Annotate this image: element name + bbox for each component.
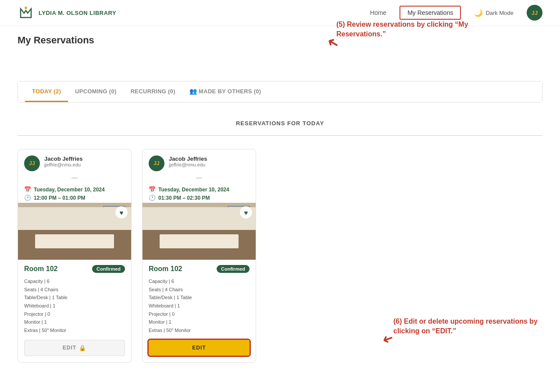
card-1-date-row: 📅 Tuesday, December 10, 2024 — [18, 186, 131, 193]
card-1-avatar: JJ — [24, 155, 40, 171]
card-2-time-row: 🕐 01:30 PM – 02:30 PM — [143, 194, 256, 201]
card-1-separator: — — [24, 174, 125, 181]
card-2-favorite-button[interactable]: ♥ — [240, 206, 252, 219]
card-2-avatar: JJ — [149, 155, 164, 171]
dark-mode-icon: 🌙 — [474, 9, 483, 17]
brand-name: LYDIA M. OLSON LIBRARY — [39, 10, 116, 16]
navbar: LYDIA M. OLSON LIBRARY Home My Reservati… — [0, 0, 560, 26]
card-1-footer: Room 102 Confirmed Capacity | 6 Seats | … — [18, 260, 131, 362]
content-divider — [18, 135, 542, 136]
card-2-date-row: 📅 Tuesday, December 10, 2024 — [143, 186, 256, 193]
tab-today[interactable]: TODAY (2) — [25, 82, 68, 102]
card-1-room-row: Room 102 Confirmed — [24, 265, 125, 273]
page-header: My Reservations — [0, 26, 560, 50]
page-title: My Reservations — [18, 35, 542, 46]
card-2-edit-button[interactable]: EDIT — [149, 340, 250, 356]
card-1-date: Tuesday, December 10, 2024 — [34, 187, 105, 193]
card-1-user-email: jjeffrie@nmu.edu — [44, 162, 82, 167]
svg-point-2 — [25, 7, 27, 9]
card-1-time-row: 🕐 12:00 PM – 01:00 PM — [18, 194, 131, 201]
card-2-image: ♥ — [143, 203, 256, 260]
card-1-seats: Seats | 4 Chairs — [24, 286, 125, 294]
home-nav-link[interactable]: Home — [370, 9, 386, 16]
card-1-time: 12:00 PM – 01:00 PM — [34, 195, 85, 201]
card-2-separator: — — [149, 174, 250, 181]
card-2-room-name: Room 102 — [149, 265, 182, 273]
card-2-seats: Seats | 4 Chairs — [149, 286, 250, 294]
card-1-room-details: Capacity | 6 Seats | 4 Chairs Table/Desk… — [24, 277, 125, 335]
brand-logo-icon — [18, 4, 34, 21]
card-2-room-details: Capacity | 6 Seats | 4 Chairs Table/Desk… — [149, 277, 250, 335]
tabs-container: TODAY (2) UPCOMING (0) RECURRING (0) 👥MA… — [18, 81, 542, 102]
tabs: TODAY (2) UPCOMING (0) RECURRING (0) 👥MA… — [18, 81, 542, 102]
card-2-clock-icon: 🕐 — [149, 194, 156, 201]
reservation-card-2: JJ Jacob Jeffries jjeffrie@nmu.edu — 📅 T… — [142, 149, 256, 363]
card-1-capacity: Capacity | 6 — [24, 277, 125, 286]
card-1-projector: Projector | 0 — [24, 310, 125, 318]
card-1-calendar-icon: 📅 — [24, 186, 31, 193]
annotation-1-container: (5) Review reservations by clicking “My … — [18, 50, 542, 77]
card-1-user-row: JJ Jacob Jeffries jjeffrie@nmu.edu — [24, 155, 125, 171]
section-title: RESERVATIONS FOR TODAY — [18, 120, 542, 127]
card-2-user-section: JJ Jacob Jeffries jjeffrie@nmu.edu — — [143, 149, 256, 186]
card-1-user-section: JJ Jacob Jeffries jjeffrie@nmu.edu — — [18, 149, 131, 186]
card-1-table-visual — [35, 234, 114, 249]
card-1-table-desk: Table/Desk | 1 Table — [24, 293, 125, 302]
card-2-room-row: Room 102 Confirmed — [149, 265, 250, 273]
tab-made-by-others[interactable]: 👥MADE BY OTHERS (0) — [182, 81, 268, 102]
card-1-user-name: Jacob Jeffries — [44, 155, 82, 162]
card-1-whiteboard: Whiteboard | 1 — [24, 302, 125, 310]
card-1-image: ♥ — [18, 203, 131, 260]
tab-upcoming[interactable]: UPCOMING (0) — [68, 82, 124, 102]
card-2-time: 01:30 PM – 02:30 PM — [158, 195, 210, 201]
cards-grid: JJ Jacob Jeffries jjeffrie@nmu.edu — 📅 T… — [18, 149, 542, 363]
card-2-user-name: Jacob Jeffries — [169, 155, 207, 162]
card-1-monitor: Monitor | 1 — [24, 318, 125, 326]
card-1-lock-icon: 🔒 — [79, 345, 86, 351]
card-2-footer: Room 102 Confirmed Capacity | 6 Seats | … — [143, 260, 256, 362]
annotations-wrapper: JJ Jacob Jeffries jjeffrie@nmu.edu — 📅 T… — [18, 149, 542, 363]
card-2-calendar-icon: 📅 — [149, 186, 156, 193]
card-2-user-email: jjeffrie@nmu.edu — [169, 162, 207, 167]
card-2-monitor: Monitor | 1 — [149, 318, 250, 326]
card-1-room-photo — [18, 203, 131, 260]
card-1-room-name: Room 102 — [24, 265, 57, 273]
card-2-table-desk: Table/Desk | 1 Table — [149, 293, 250, 302]
reservation-card-1: JJ Jacob Jeffries jjeffrie@nmu.edu — 📅 T… — [18, 149, 132, 363]
card-2-capacity: Capacity | 6 — [149, 277, 250, 286]
card-2-date: Tuesday, December 10, 2024 — [158, 187, 229, 193]
card-1-extras: Extras | 50″ Monitor — [24, 326, 125, 335]
card-2-table-visual — [160, 234, 239, 249]
card-1-user-info: Jacob Jeffries jjeffrie@nmu.edu — [44, 155, 82, 167]
card-1-edit-button[interactable]: EDIT 🔒 — [24, 340, 125, 356]
tab-recurring[interactable]: RECURRING (0) — [124, 82, 182, 102]
card-2-status-badge: Confirmed — [217, 265, 250, 273]
card-2-projector: Projector | 0 — [149, 310, 250, 318]
dark-mode-label: Dark Mode — [485, 10, 514, 16]
card-2-extras: Extras | 50″ Monitor — [149, 326, 250, 335]
dark-mode-toggle[interactable]: 🌙 Dark Mode — [474, 9, 514, 17]
user-avatar[interactable]: JJ — [527, 5, 542, 21]
card-2-user-row: JJ Jacob Jeffries jjeffrie@nmu.edu — [149, 155, 250, 171]
content-area: RESERVATIONS FOR TODAY JJ Jacob Jeffries… — [18, 111, 542, 371]
made-by-others-icon: 👥 — [189, 88, 197, 95]
brand: LYDIA M. OLSON LIBRARY — [18, 4, 116, 21]
card-1-favorite-button[interactable]: ♥ — [115, 206, 128, 219]
card-2-whiteboard: Whiteboard | 1 — [149, 302, 250, 310]
my-reservations-nav-link[interactable]: My Reservations — [399, 6, 461, 20]
card-1-status-badge: Confirmed — [92, 265, 125, 273]
card-1-clock-icon: 🕐 — [24, 194, 31, 201]
card-2-room-photo — [143, 203, 256, 260]
navbar-links: Home My Reservations 🌙 Dark Mode JJ — [370, 5, 542, 21]
card-2-user-info: Jacob Jeffries jjeffrie@nmu.edu — [169, 155, 207, 167]
